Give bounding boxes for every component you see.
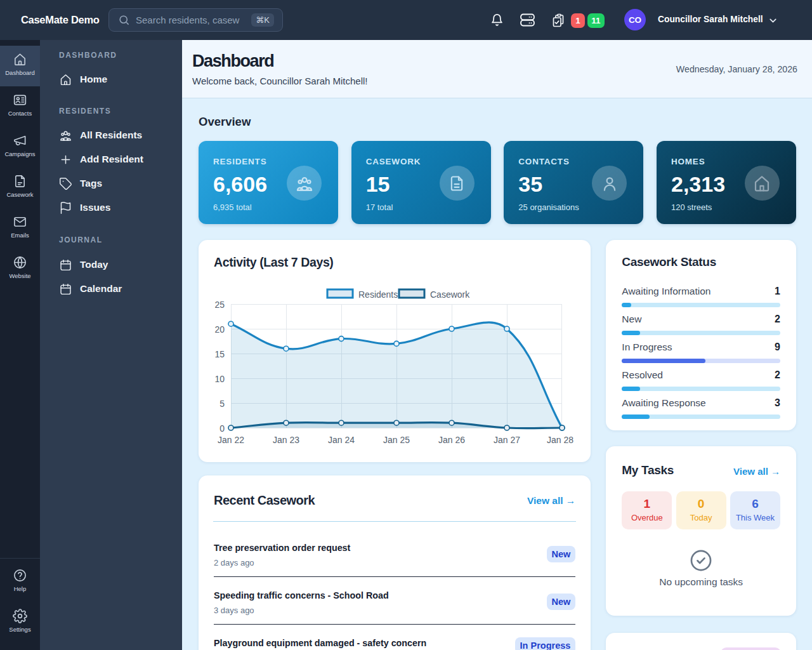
svg-text:Jan 23: Jan 23 bbox=[273, 435, 299, 445]
svg-text:Jan 28: Jan 28 bbox=[547, 435, 573, 445]
svg-text:Jan 26: Jan 26 bbox=[438, 435, 465, 445]
svg-text:Jan 25: Jan 25 bbox=[383, 435, 410, 445]
svg-text:Jan 27: Jan 27 bbox=[494, 435, 520, 445]
svg-text:15: 15 bbox=[214, 349, 225, 359]
svg-text:Casework: Casework bbox=[430, 289, 470, 300]
svg-text:0: 0 bbox=[219, 423, 225, 434]
svg-text:25: 25 bbox=[214, 300, 225, 310]
svg-text:20: 20 bbox=[214, 324, 225, 335]
svg-text:Jan 22: Jan 22 bbox=[218, 435, 244, 445]
svg-text:Residents: Residents bbox=[358, 289, 398, 300]
svg-text:5: 5 bbox=[219, 399, 225, 409]
svg-text:Jan 24: Jan 24 bbox=[328, 435, 355, 445]
svg-text:10: 10 bbox=[214, 374, 225, 384]
